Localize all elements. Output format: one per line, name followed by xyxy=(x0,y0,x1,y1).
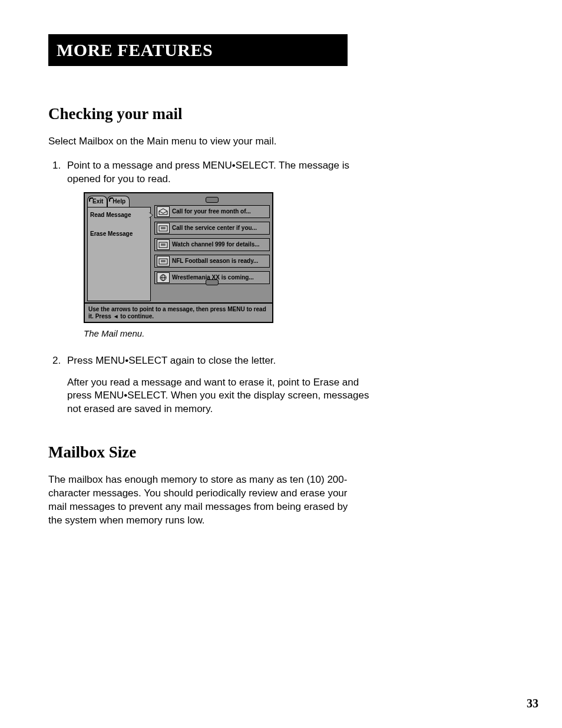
message-text: Call for your free month of... xyxy=(172,207,251,216)
mail-menu-sidebar: Read Message Erase Message xyxy=(87,207,151,301)
tab-exit[interactable]: Exit xyxy=(87,196,107,207)
list-item[interactable]: Watch channel 999 for details... xyxy=(154,238,270,251)
step-2: Press MENU•SELECT again to close the let… xyxy=(64,354,382,417)
mail-menu-left-column: Exit Help Read Message xyxy=(87,196,151,302)
list-item[interactable]: Call the service center if you... xyxy=(154,222,270,235)
chapter-title-bar: MORE FEATURES xyxy=(48,34,348,66)
envelope-icon xyxy=(157,239,170,250)
list-item[interactable]: NFL Football season is ready... xyxy=(154,255,270,268)
section-heading-mailbox-size: Mailbox Size xyxy=(48,443,514,462)
tab-help-label: Help xyxy=(113,198,125,205)
list-item[interactable]: Call for your free month of... xyxy=(154,205,270,218)
globe-icon xyxy=(157,272,170,283)
sidebar-item-label: Read Message xyxy=(90,212,131,218)
mail-menu-hint-bar: Use the arrows to point to a message, th… xyxy=(85,302,272,322)
step-2-paragraph: After you read a message and want to era… xyxy=(67,376,382,417)
sidebar-item-read-message[interactable]: Read Message xyxy=(90,211,148,219)
step-1: Point to a message and press MENU•SELECT… xyxy=(64,159,382,340)
page: MORE FEATURES Checking your mail Select … xyxy=(0,0,562,728)
page-number: 33 xyxy=(527,697,538,710)
message-text: NFL Football season is ready... xyxy=(172,257,258,265)
tab-help[interactable]: Help xyxy=(107,196,130,207)
mail-menu-tabs: Exit Help xyxy=(87,196,151,207)
mail-menu-body: Exit Help Read Message xyxy=(85,193,272,303)
mail-menu-window: Exit Help Read Message xyxy=(84,192,273,324)
steps-list: Point to a message and press MENU•SELECT… xyxy=(48,159,382,416)
envelope-icon xyxy=(157,223,170,233)
mail-menu-message-list: Call for your free month of... Call the … xyxy=(154,196,270,284)
sidebar-item-erase-message[interactable]: Erase Message xyxy=(90,230,148,238)
tab-notch-icon xyxy=(89,197,93,202)
tab-notch-icon xyxy=(109,197,113,202)
mail-menu-figure: Exit Help Read Message xyxy=(84,192,273,340)
chapter-title: MORE FEATURES xyxy=(57,40,213,60)
envelope-open-icon xyxy=(157,206,170,217)
section-heading-checking-mail: Checking your mail xyxy=(48,105,514,123)
scroll-indicator-icon xyxy=(206,197,219,203)
step-1-text: Point to a message and press MENU•SELECT… xyxy=(67,160,349,185)
message-text: Watch channel 999 for details... xyxy=(172,241,260,249)
sidebar-item-label: Erase Message xyxy=(90,230,133,237)
mailbox-size-paragraph: The mailbox has enough memory to store a… xyxy=(48,473,355,528)
envelope-icon xyxy=(157,256,170,266)
tab-exit-label: Exit xyxy=(92,198,103,205)
scroll-indicator-icon xyxy=(206,279,219,285)
figure-caption: The Mail menu. xyxy=(84,328,273,340)
step-2-text: Press MENU•SELECT again to close the let… xyxy=(67,355,276,366)
intro-paragraph: Select Mailbox on the Main menu to view … xyxy=(48,135,355,149)
message-text: Call the service center if you... xyxy=(172,224,257,232)
